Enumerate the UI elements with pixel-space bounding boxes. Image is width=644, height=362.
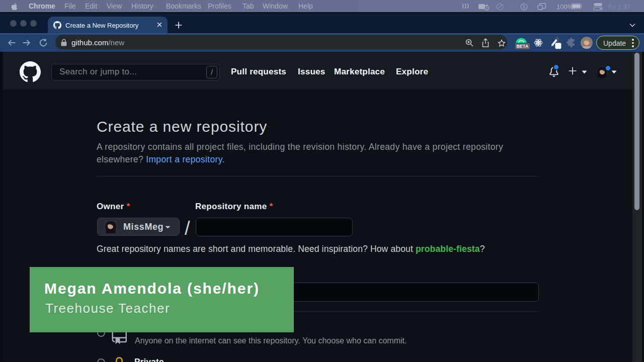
svg-text:2: 2 [486, 6, 488, 11]
